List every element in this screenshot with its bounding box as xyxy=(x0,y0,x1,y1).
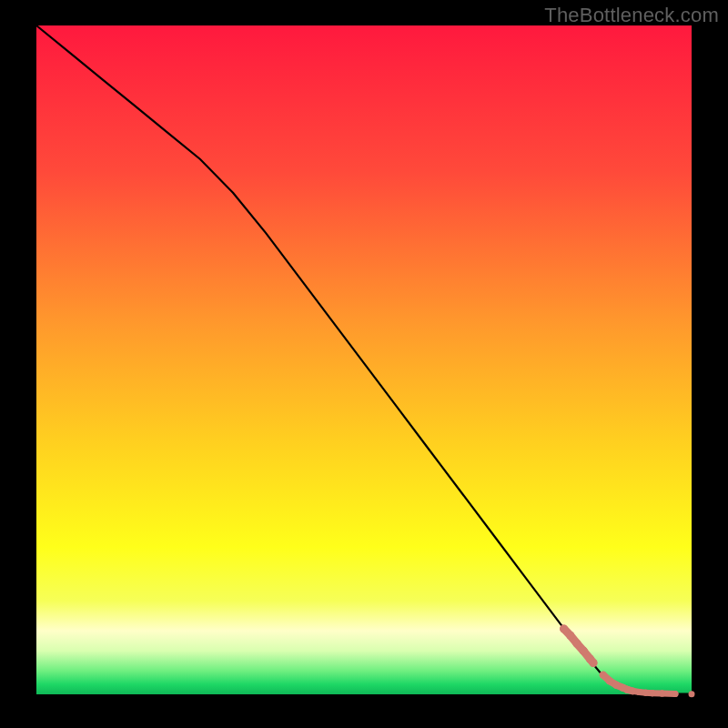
curve-marker xyxy=(606,677,613,684)
curve-marker xyxy=(600,672,607,679)
curve-marker xyxy=(630,688,636,694)
bottleneck-curve xyxy=(36,25,692,694)
curve-marker xyxy=(659,691,665,697)
curve-markers xyxy=(560,624,694,697)
watermark-text: TheBottleneck.com xyxy=(544,4,719,27)
curve-marker xyxy=(649,690,655,696)
curve-layer xyxy=(36,25,692,694)
plot-area xyxy=(36,25,692,694)
curve-marker xyxy=(636,689,642,695)
curve-marker xyxy=(689,691,695,697)
curve-marker xyxy=(560,624,568,632)
curve-marker xyxy=(580,647,588,655)
chart-frame: TheBottleneck.com xyxy=(0,0,728,728)
curve-marker xyxy=(672,691,679,697)
curve-marker xyxy=(612,682,620,689)
curve-marker xyxy=(566,632,574,640)
curve-marker xyxy=(590,659,598,667)
curve-marker xyxy=(642,690,649,696)
curve-marker xyxy=(573,640,581,648)
